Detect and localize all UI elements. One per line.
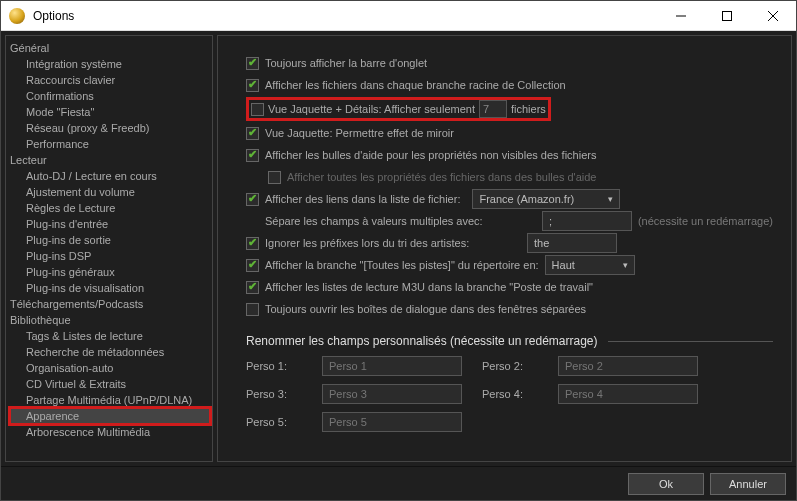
sidebar-item[interactable]: Arborescence Multimédia	[10, 424, 210, 440]
minimize-button[interactable]	[658, 1, 704, 30]
svg-rect-0	[723, 11, 732, 20]
checkbox-always-show-tabs[interactable]	[246, 57, 259, 70]
sidebar-item[interactable]: Réseau (proxy & Freedb)	[10, 120, 210, 136]
input-jacket-details-count[interactable]	[479, 100, 507, 118]
checkbox-show-files-each-branch[interactable]	[246, 79, 259, 92]
sidebar-item[interactable]: Intégration système	[10, 56, 210, 72]
main-area: Général Intégration système Raccourcis c…	[1, 31, 796, 466]
ok-button[interactable]: Ok	[628, 473, 704, 495]
checkbox-tooltips-hidden[interactable]	[246, 149, 259, 162]
window-controls	[658, 1, 796, 30]
divider	[608, 341, 774, 342]
sidebar-item[interactable]: Partage Multimédia (UPnP/DLNA)	[10, 392, 210, 408]
label-jacket-mirror: Vue Jaquette: Permettre effet de miroir	[265, 127, 454, 139]
label-tooltips-all: Afficher toutes les propriétés des fichi…	[287, 171, 596, 183]
footer: Ok Annuler	[1, 466, 796, 500]
sidebar-item[interactable]: Performance	[10, 136, 210, 152]
sidebar-item[interactable]: Plug-ins de sortie	[10, 232, 210, 248]
sidebar-item[interactable]: Mode "Fiesta"	[10, 104, 210, 120]
checkbox-m3u-workstation[interactable]	[246, 281, 259, 294]
sidebar-item[interactable]: Plug-ins d'entrée	[10, 216, 210, 232]
label-tooltips-hidden: Afficher les bulles d'aide pour les prop…	[265, 149, 596, 161]
checkbox-alltracks-branch[interactable]	[246, 259, 259, 272]
titlebar: Options	[1, 1, 796, 31]
label-multival-separator: Sépare les champs à valeurs multiples av…	[265, 215, 483, 227]
checkbox-ignore-prefixes[interactable]	[246, 237, 259, 250]
sidebar-item[interactable]: Règles de Lecture	[10, 200, 210, 216]
maximize-button[interactable]	[704, 1, 750, 30]
body: Général Intégration système Raccourcis c…	[1, 31, 796, 500]
sidebar-group-general[interactable]: Général	[10, 40, 210, 56]
checkbox-jacket-mirror[interactable]	[246, 127, 259, 140]
label-perso1: Perso 1:	[246, 360, 302, 372]
input-perso1[interactable]	[322, 356, 462, 376]
cancel-button[interactable]: Annuler	[710, 473, 786, 495]
label-perso2: Perso 2:	[482, 360, 538, 372]
label-alltracks-branch: Afficher la branche "[Toutes les pistes]…	[265, 259, 539, 271]
sidebar-item[interactable]: Raccourcis clavier	[10, 72, 210, 88]
label-perso3: Perso 3:	[246, 388, 302, 400]
close-button[interactable]	[750, 1, 796, 30]
label-jacket-details-suffix: fichiers	[511, 103, 546, 115]
sidebar-item[interactable]: Ajustement du volume	[10, 184, 210, 200]
label-always-show-tabs: Toujours afficher la barre d'onglet	[265, 57, 427, 69]
input-multival-separator[interactable]	[542, 211, 632, 231]
sidebar-item[interactable]: Confirmations	[10, 88, 210, 104]
sidebar-item[interactable]: Tags & Listes de lecture	[10, 328, 210, 344]
content-panel: Toujours afficher la barre d'onglet Affi…	[217, 35, 792, 462]
select-links-provider[interactable]: France (Amazon.fr)▾	[472, 189, 619, 209]
label-links-filelist: Afficher des liens dans la liste de fich…	[265, 193, 460, 205]
checkbox-links-filelist[interactable]	[246, 193, 259, 206]
sidebar-item[interactable]: Organisation-auto	[10, 360, 210, 376]
input-perso2[interactable]	[558, 356, 698, 376]
label-perso5: Perso 5:	[246, 416, 302, 428]
sidebar-item[interactable]: CD Virtuel & Extraits	[10, 376, 210, 392]
sidebar-item[interactable]: Recherche de métadonnées	[10, 344, 210, 360]
section-rename-custom-fields: Renommer les champs personnalisés (néces…	[246, 334, 773, 348]
chevron-down-icon: ▾	[608, 194, 613, 204]
label-jacket-details-prefix: Vue Jaquette + Détails: Afficher seuleme…	[268, 103, 475, 115]
options-window: Options Général Intégration système Racc…	[0, 0, 797, 501]
label-perso4: Perso 4:	[482, 388, 538, 400]
input-perso4[interactable]	[558, 384, 698, 404]
app-icon	[9, 8, 25, 24]
window-title: Options	[33, 9, 658, 23]
sidebar-item[interactable]: Plug-ins de visualisation	[10, 280, 210, 296]
input-perso5[interactable]	[322, 412, 462, 432]
checkbox-jacket-details[interactable]	[251, 103, 264, 116]
sidebar-group-downloads[interactable]: Téléchargements/Podcasts	[10, 296, 210, 312]
highlighted-option-jacket-details: Vue Jaquette + Détails: Afficher seuleme…	[246, 97, 551, 121]
checkbox-tooltips-all[interactable]	[268, 171, 281, 184]
chevron-down-icon: ▾	[623, 260, 628, 270]
sidebar-item[interactable]: Plug-ins généraux	[10, 264, 210, 280]
sidebar-item[interactable]: Plug-ins DSP	[10, 248, 210, 264]
sidebar-group-library[interactable]: Bibliothèque	[10, 312, 210, 328]
label-m3u-workstation: Afficher les listes de lecture M3U dans …	[265, 281, 593, 293]
label-ignore-prefixes: Ignorer les préfixes lors du tri des art…	[265, 237, 469, 249]
sidebar[interactable]: Général Intégration système Raccourcis c…	[5, 35, 213, 462]
input-ignore-prefixes[interactable]	[527, 233, 617, 253]
note-restart-required: (nécessite un redémarrage)	[638, 215, 773, 227]
custom-fields-grid: Perso 1: Perso 2: Perso 3: Perso 4: Pers…	[246, 356, 773, 432]
sidebar-group-player[interactable]: Lecteur	[10, 152, 210, 168]
checkbox-open-separate[interactable]	[246, 303, 259, 316]
input-perso3[interactable]	[322, 384, 462, 404]
select-alltracks-position[interactable]: Haut▾	[545, 255, 635, 275]
label-show-files-each-branch: Afficher les fichiers dans chaque branch…	[265, 79, 566, 91]
label-open-separate: Toujours ouvrir les boîtes de dialogue d…	[265, 303, 586, 315]
sidebar-item-appearance[interactable]: Apparence	[10, 408, 210, 424]
sidebar-item[interactable]: Auto-DJ / Lecture en cours	[10, 168, 210, 184]
